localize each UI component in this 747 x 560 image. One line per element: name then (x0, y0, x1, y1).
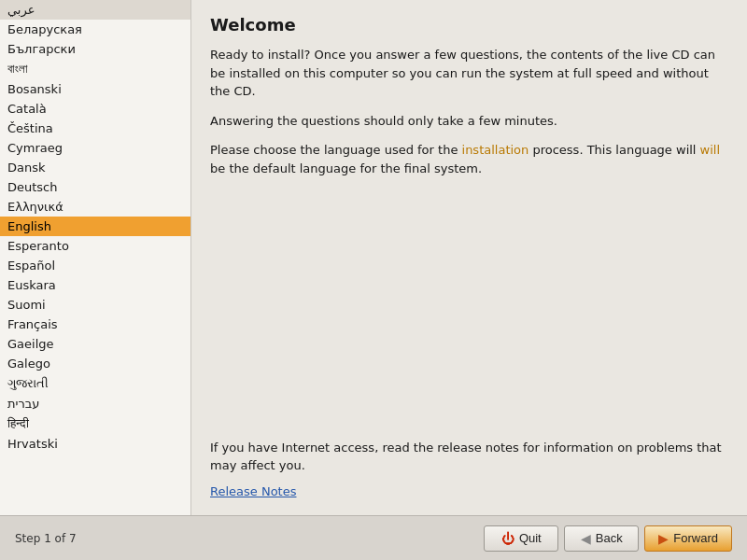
internet-notice: If you have Internet access, read the re… (210, 439, 728, 501)
language-item[interactable]: Español (0, 256, 190, 275)
forward-label: Forward (673, 531, 718, 545)
language-item[interactable]: Suomi (0, 295, 190, 315)
quit-button[interactable]: ⏻ Quit (484, 525, 558, 552)
language-item[interactable]: Ελληνικά (0, 197, 190, 217)
step-label: Step 1 of 7 (15, 532, 484, 545)
language-item[interactable]: Français (0, 315, 190, 334)
language-item[interactable]: Cymraeg (0, 138, 190, 158)
highlight-will: will (700, 143, 720, 157)
language-item[interactable]: עברית (0, 394, 190, 413)
quit-icon: ⏻ (501, 531, 514, 546)
bottom-buttons: ⏻ Quit ◀ Back ▶ Forward (484, 525, 732, 552)
language-item[interactable]: Deutsch (0, 177, 190, 197)
forward-icon: ▶ (658, 531, 669, 546)
language-item[interactable]: Esperanto (0, 236, 190, 256)
language-item[interactable]: Dansk (0, 158, 190, 177)
bottom-bar: Step 1 of 7 ⏻ Quit ◀ Back ▶ Forward (0, 515, 747, 560)
language-item[interactable]: বাংলা (0, 59, 190, 79)
language-list-scroll[interactable]: عربيБеларускаяБългарскиবাংলাBosanskiCata… (0, 0, 190, 515)
welcome-panel: Welcome Ready to install? Once you answe… (191, 0, 747, 515)
language-item[interactable]: Català (0, 99, 190, 119)
language-item[interactable]: Hrvatski (0, 434, 190, 454)
language-item[interactable]: Gaeilge (0, 334, 190, 354)
language-item[interactable]: हिन्दी (0, 413, 190, 434)
back-button[interactable]: ◀ Back (564, 525, 639, 552)
language-item[interactable]: English (0, 217, 190, 236)
language-item[interactable]: Euskara (0, 275, 190, 295)
welcome-para2: Answering the questions should only take… (210, 112, 728, 131)
welcome-title: Welcome (210, 15, 728, 35)
language-item[interactable]: Беларуская (0, 20, 190, 39)
internet-notice-text: If you have Internet access, read the re… (210, 439, 728, 475)
quit-label: Quit (519, 531, 542, 545)
language-item[interactable]: Bosanski (0, 79, 190, 99)
language-item[interactable]: عربي (0, 0, 190, 20)
language-item[interactable]: Galego (0, 354, 190, 373)
welcome-body: Ready to install? Once you answer a few … (210, 46, 728, 427)
language-item[interactable]: Български (0, 39, 190, 59)
language-item[interactable]: Čeština (0, 119, 190, 138)
back-label: Back (596, 531, 623, 545)
highlight-installation: installation (462, 143, 529, 157)
language-list-container: عربيБеларускаяБългарскиবাংলাBosanskiCata… (0, 0, 191, 515)
release-notes-link[interactable]: Release Notes (210, 484, 296, 498)
language-item[interactable]: ગુજરાતી (0, 373, 190, 394)
forward-button[interactable]: ▶ Forward (644, 525, 732, 552)
back-icon: ◀ (581, 531, 591, 546)
main-content: عربيБеларускаяБългарскиবাংলাBosanskiCata… (0, 0, 747, 515)
welcome-para1: Ready to install? Once you answer a few … (210, 46, 728, 101)
welcome-para3: Please choose the language used for the … (210, 141, 728, 177)
